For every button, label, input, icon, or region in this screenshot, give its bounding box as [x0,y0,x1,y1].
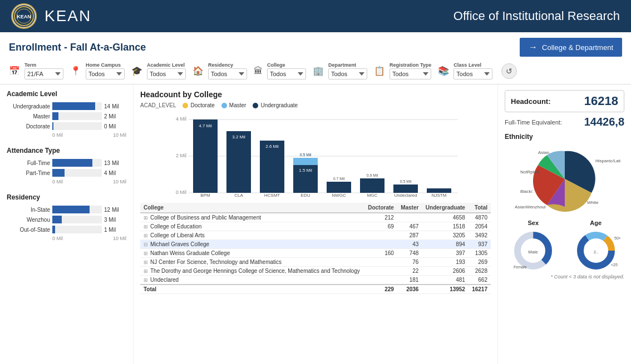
undeclared-bar[interactable] [393,185,418,193]
college-header: College [140,203,364,213]
table-row[interactable]: ⊞College of Education 69 467 1518 2054 [140,222,491,231]
college-cell: ⊞College of Business and Public Manageme… [140,213,364,222]
master-cell: 181 [397,276,422,285]
main-body: Academic Level Undergraduate 14 Mil Mast… [0,84,631,364]
mgc-bar[interactable] [360,178,384,193]
total-header: Total [469,203,491,213]
doctorate-legend-label: Doctorate [190,102,214,108]
master-cell: 467 [397,222,422,231]
table-row[interactable]: ⊞The Dorothy and George Hennings College… [140,267,491,276]
parttime-value: 4 Mil [104,170,126,176]
nwgc-bar[interactable] [327,182,351,193]
college-dept-button[interactable]: → College & Department [520,38,622,57]
home-campus-label: Home Campus [86,62,125,68]
notreported-legend-text: NotRpted [520,169,539,174]
svg-text:BPM: BPM [200,193,210,198]
att-axis-min: 0 Mil [52,179,63,185]
residency-axis: 0 Mil 10 Mil [7,236,126,241]
expand-icon[interactable]: ⊞ [144,268,148,274]
doctorate-label: Doctorate [7,123,50,129]
res-axis-min: 0 Mil [52,236,63,241]
svg-text:0.7 Mil: 0.7 Mil [333,177,345,181]
expand-icon[interactable]: ⊟ [144,242,148,247]
undergraduate-legend-dot [253,103,258,108]
department-filter: Department Todos [328,62,367,79]
residency-select[interactable]: Todos [208,68,247,79]
filter-bar: 📅 Term 21/FA 📍 Home Campus Todos 🎓 Acade… [0,60,631,84]
legend-master: Master [221,102,247,108]
doctorate-cell [364,258,397,267]
reg-type-icon: 📋 [374,66,385,76]
reset-button[interactable]: ↺ [501,63,517,79]
expand-icon[interactable]: ⊞ [144,224,148,230]
residency-section: Residency In-State 12 Mil Wenzhou 3 Mil [7,193,126,241]
location-icon: 📍 [70,66,81,76]
college-select[interactable]: Todos [267,68,306,79]
attendance-type-axis: 0 Mil 10 Mil [7,179,126,185]
college-cell: ⊞College of Liberal Arts [140,231,364,240]
table-row[interactable]: ⊞College of Business and Public Manageme… [140,213,491,222]
master-label: Master [7,113,50,119]
age-donut-item: Age 2.. 50+ <25 [568,220,625,272]
expand-icon[interactable]: ⊞ [144,251,148,256]
sex-title: Sex [505,220,562,226]
wenzhou-bar-outer [52,216,102,223]
svg-text:0.9 Mil: 0.9 Mil [367,173,378,177]
table-row[interactable]: ⊟Michael Graves College 43 894 937 [140,240,491,249]
master-legend-dot [221,103,227,108]
undergraduate-legend-label: Undergraduate [260,102,298,108]
home-campus-filter: Home Campus Todos [86,62,125,79]
female-donut-label: Female [514,265,526,269]
undergraduate-cell: 193 [422,258,469,267]
svg-text:4.7 Mil: 4.7 Mil [199,123,212,128]
outofstate-bar-inner [52,226,55,233]
undergraduate-header: Undergraduate [422,203,469,213]
table-row[interactable]: ⊞College of Liberal Arts 287 3205 3492 [140,231,491,240]
ethnicity-pie-chart: Hispanic/Latino White Black/. NotRpted A… [509,143,620,215]
table-row[interactable]: ⊞Undeclared 181 481 662 [140,276,491,285]
fulltime-bar-outer [52,159,102,167]
doctorate-cell [364,240,397,249]
svg-text:2.6 Mil: 2.6 Mil [265,144,279,149]
table-row[interactable]: ⊞Nathan Weiss Graduate College 160 748 3… [140,249,491,258]
department-label: Department [328,62,367,68]
total-undergraduate: 13952 [422,285,469,294]
class-level-select[interactable]: Todos [453,68,492,79]
doctorate-cell [364,267,397,276]
white-legend-text: White [587,200,599,205]
undergraduate-cell: 481 [422,276,469,285]
total-cell: 1305 [469,249,491,258]
svg-text:0.5 Mil: 0.5 Mil [400,179,412,183]
total-cell: 4870 [469,213,491,222]
outofstate-bar-row: Out-of-State 1 Mil [7,226,126,233]
total-master: 2036 [397,285,422,294]
table-row[interactable]: ⊞NJ Center For Science, Technology and M… [140,258,491,267]
doctorate-cell: 160 [364,249,397,258]
wenzhou-label: Wenzhou [7,217,50,223]
age-title: Age [568,220,625,226]
svg-text:NJSTM: NJSTM [432,193,447,198]
master-cell [397,213,422,222]
headcount-chart-title: Headcount by College [140,90,491,99]
total-cell: 3492 [469,231,491,240]
expand-icon[interactable]: ⊞ [144,277,148,283]
registration-type-select[interactable]: Todos [390,68,431,79]
age-donut-chart: 2.. 50+ <25 [571,228,621,270]
term-select[interactable]: 21/FA [24,68,63,79]
college-cell: ⊞Undeclared [140,276,364,285]
home-campus-select[interactable]: Todos [86,68,125,79]
undergraduate-value: 14 Mil [104,103,126,109]
edu-bar-master[interactable] [293,158,318,165]
academic-level-filter: Academic Level Todos [147,62,186,79]
cla-bar[interactable] [226,131,251,193]
doctorate-cell [364,276,397,285]
bpm-bar[interactable] [193,119,218,193]
expand-icon[interactable]: ⊞ [144,233,148,238]
expand-icon[interactable]: ⊞ [144,260,148,265]
academic-level-select[interactable]: Todos [147,68,186,79]
college-cell: ⊞The Dorothy and George Hennings College… [140,267,364,276]
njstm-bar[interactable] [427,188,451,193]
department-select[interactable]: Todos [328,68,367,79]
college-dept-label: College & Department [542,43,613,52]
expand-icon[interactable]: ⊞ [144,215,148,221]
